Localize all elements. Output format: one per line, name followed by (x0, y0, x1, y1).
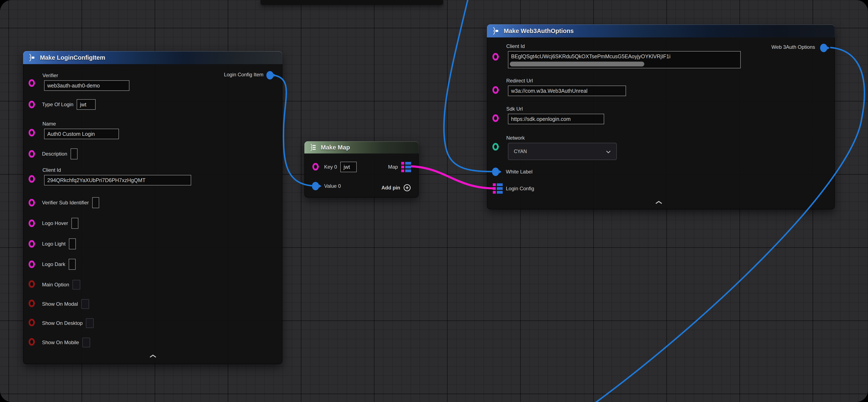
type-of-login-input[interactable]: jwt (77, 99, 96, 110)
logo-dark-input[interactable] (69, 259, 75, 270)
logo-light-input[interactable] (69, 238, 76, 249)
input-pin-verifier-sub-identifier[interactable] (29, 199, 35, 206)
output-pin-label: Login Config Item (224, 72, 264, 78)
make-struct-icon (492, 27, 500, 35)
collapse-arrow-icon[interactable] (149, 354, 157, 358)
add-pin-plus-icon (403, 184, 411, 192)
name-input[interactable]: Auth0 Custom Login (44, 129, 119, 139)
field-label: Main Option (42, 282, 69, 288)
wire-makemap-to-login-config[interactable] (411, 166, 493, 189)
field-label: Verifier (42, 73, 129, 79)
wire-top-to-white-label[interactable] (444, 0, 493, 172)
input-pin-main-option[interactable] (29, 280, 35, 288)
make-container-icon (309, 143, 317, 151)
client-id-input[interactable]: 294QRkchfq2YaXUbPri7D6PH7xzHgQMT (44, 175, 191, 185)
key0-input[interactable]: jwt (340, 162, 357, 172)
node-make-loginconfigitem[interactable]: Make LoginConfigItem Login Config Item V… (23, 51, 282, 364)
verifier-sub-identifier-input[interactable] (92, 197, 99, 208)
node-make-map[interactable]: Make Map Key 0 jwt Map Value 0 Add pin (304, 141, 418, 198)
node-header-make-loginconfigitem[interactable]: Make LoginConfigItem (23, 51, 282, 64)
field-label: Network (506, 135, 617, 141)
field-label: Redirect Url (506, 78, 626, 84)
collapse-arrow-icon[interactable] (655, 201, 662, 204)
sdk-url-input[interactable]: https://sdk.openlogin.com (508, 114, 604, 124)
field-label: Logo Dark (42, 261, 65, 267)
field-label: Show On Mobile (42, 340, 79, 345)
show-on-desktop-checkbox[interactable] (86, 318, 94, 328)
client-id-scrollbar[interactable] (510, 62, 644, 66)
input-pin-white-label[interactable] (492, 168, 499, 176)
input-pin-network[interactable] (492, 143, 499, 150)
verifier-input[interactable]: web3auth-auth0-demo (44, 80, 129, 91)
field-label: Verifier Sub Identifier (42, 200, 89, 206)
input-pin-name[interactable] (29, 129, 35, 137)
make-struct-icon (28, 53, 36, 62)
input-pin-logo-light[interactable] (29, 240, 35, 248)
offscreen-node-bottom[interactable] (260, 0, 443, 5)
output-pin-label: Map (388, 164, 398, 170)
input-pin-show-on-desktop[interactable] (29, 319, 35, 326)
input-pin-description[interactable] (29, 150, 35, 158)
field-label: Show On Modal (42, 301, 78, 307)
input-pin-verifier[interactable] (29, 79, 35, 87)
field-label: Key 0 (324, 164, 337, 170)
network-selected-value: CYAN (514, 149, 527, 154)
chevron-down-icon (606, 150, 611, 153)
node-make-web3authoptions[interactable]: Make Web3AuthOptions Web 3Auth Options C… (487, 24, 835, 209)
field-label: Logo Hover (42, 220, 68, 226)
field-label: White Label (506, 169, 532, 175)
input-pin-show-on-modal[interactable] (29, 299, 35, 307)
show-on-mobile-checkbox[interactable] (82, 338, 90, 347)
field-label: Value 0 (324, 183, 341, 189)
output-pin-login-config-item[interactable] (267, 71, 274, 80)
description-input[interactable] (70, 148, 78, 160)
redirect-url-input[interactable]: w3a://com.w3a.Web3AuthUnreal (508, 86, 626, 96)
node-header-make-web3authoptions[interactable]: Make Web3AuthOptions (487, 24, 835, 37)
field-label: Login Config (506, 185, 534, 192)
input-pin-logo-dark[interactable] (29, 260, 35, 268)
node-title: Make LoginConfigItem (40, 54, 105, 61)
add-pin-button[interactable]: Add pin (381, 182, 411, 193)
logo-hover-input[interactable] (71, 218, 79, 229)
node-header-make-map[interactable]: Make Map (304, 141, 418, 153)
output-pin-web3auth-options[interactable] (820, 44, 827, 52)
field-label: Type Of Login (42, 102, 73, 108)
output-pin-map[interactable] (401, 162, 411, 172)
field-label: Description (42, 151, 67, 157)
main-option-checkbox[interactable] (72, 280, 80, 289)
input-pin-sdk-url[interactable] (492, 114, 499, 122)
output-pin-label: Web 3Auth Options (771, 44, 815, 50)
node-title: Make Map (321, 144, 350, 151)
network-dropdown[interactable]: CYAN (508, 143, 617, 160)
show-on-modal-checkbox[interactable] (81, 299, 89, 309)
field-label: Name (42, 121, 119, 127)
field-label: Show On Desktop (42, 320, 83, 326)
node-title: Make Web3AuthOptions (504, 28, 574, 34)
blueprint-graph-canvas[interactable]: Make LoginConfigItem Login Config Item V… (0, 0, 868, 402)
client-id-input[interactable]: BEglQSgt4cUWcj6SKRdu5QkOXTsePmMcusG5EAoy… (508, 51, 741, 68)
field-label: Client Id (506, 43, 741, 49)
input-pin-logo-hover[interactable] (29, 220, 35, 227)
field-label: Sdk Url (506, 106, 604, 112)
field-label: Client Id (42, 167, 191, 173)
field-label: Logo Light (42, 241, 66, 247)
input-pin-key0[interactable] (312, 163, 319, 171)
input-pin-value0[interactable] (312, 182, 319, 190)
input-pin-redirect-url[interactable] (492, 86, 499, 94)
input-pin-client-id[interactable] (29, 175, 35, 183)
input-pin-show-on-mobile[interactable] (29, 338, 35, 346)
input-pin-type-of-login[interactable] (29, 101, 35, 108)
input-pin-client-id[interactable] (492, 53, 499, 61)
